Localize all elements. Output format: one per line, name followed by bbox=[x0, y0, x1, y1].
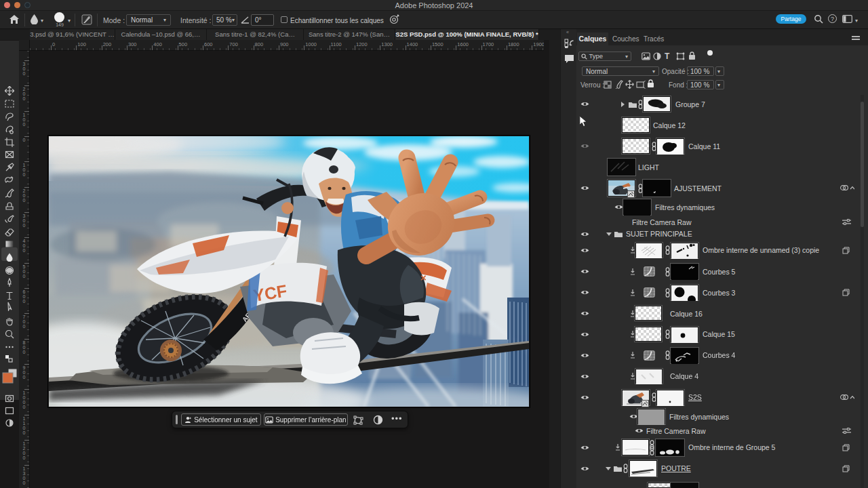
svg-text:×: × bbox=[420, 272, 427, 283]
